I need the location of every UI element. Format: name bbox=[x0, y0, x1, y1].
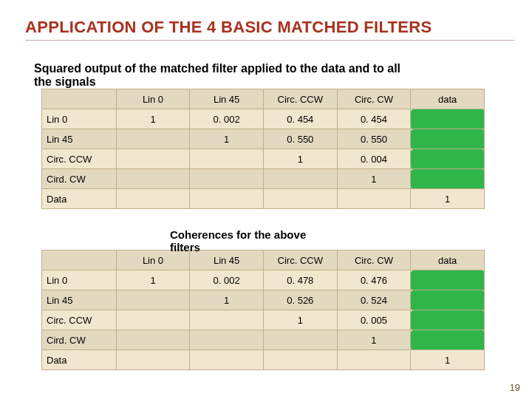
slide-title: APPLICATION OF THE 4 BASIC MATCHED FILTE… bbox=[25, 18, 514, 41]
cell: 1 bbox=[190, 290, 264, 310]
col-header: Lin 45 bbox=[190, 89, 264, 109]
masked-cell bbox=[411, 129, 485, 149]
table2-caption: Coherences for the above filters bbox=[170, 229, 392, 253]
table-row: Cird. CW 1 bbox=[42, 169, 485, 189]
coherences-table: Lin 0 Lin 45 Circ. CCW Circ. CW data Lin… bbox=[41, 250, 485, 370]
cell bbox=[263, 350, 337, 370]
header-blank bbox=[42, 250, 117, 270]
cell: 1 bbox=[116, 270, 190, 290]
cell: 1 bbox=[337, 330, 411, 350]
cell: 0. 005 bbox=[337, 310, 411, 330]
row-header: Circ. CCW bbox=[42, 310, 117, 330]
cell bbox=[190, 350, 264, 370]
caption-text: Coherences for the above bbox=[170, 228, 306, 241]
cell bbox=[116, 350, 190, 370]
masked-cell bbox=[411, 109, 485, 129]
row-header: Lin 0 bbox=[42, 270, 117, 290]
table-header-row: Lin 0 Lin 45 Circ. CCW Circ. CW data bbox=[42, 89, 485, 109]
row-header: Lin 45 bbox=[42, 290, 117, 310]
cell bbox=[116, 149, 190, 169]
row-header: Cird. CW bbox=[42, 330, 117, 350]
table-row: Data 1 bbox=[42, 350, 485, 370]
cell: 0. 002 bbox=[190, 109, 264, 129]
cell: 1 bbox=[337, 169, 411, 189]
cell: 1 bbox=[190, 129, 264, 149]
masked-cell bbox=[411, 310, 485, 330]
cell: 1 bbox=[263, 149, 337, 169]
table1-caption: Squared output of the matched filter app… bbox=[34, 62, 492, 89]
squared-output-table: Lin 0 Lin 45 Circ. CCW Circ. CW data Lin… bbox=[41, 89, 485, 209]
table-row: Lin 0 1 0. 002 0. 478 0. 476 bbox=[42, 270, 485, 290]
col-header: Circ. CCW bbox=[263, 89, 337, 109]
cell: 0. 526 bbox=[263, 290, 337, 310]
cell: 0. 550 bbox=[337, 129, 411, 149]
cell bbox=[116, 189, 190, 209]
slide: APPLICATION OF THE 4 BASIC MATCHED FILTE… bbox=[0, 0, 532, 399]
row-header: Data bbox=[42, 189, 117, 209]
table-row: Lin 45 1 0. 550 0. 550 bbox=[42, 129, 485, 149]
col-header: data bbox=[411, 250, 485, 270]
cell: 0. 524 bbox=[337, 290, 411, 310]
masked-cell bbox=[411, 169, 485, 189]
cell bbox=[116, 169, 190, 189]
cell bbox=[337, 189, 411, 209]
table-row: Lin 45 1 0. 526 0. 524 bbox=[42, 290, 485, 310]
cell: 1 bbox=[411, 189, 485, 209]
table-row: Circ. CCW 1 0. 004 bbox=[42, 149, 485, 169]
cell: 0. 454 bbox=[337, 109, 411, 129]
cell bbox=[116, 330, 190, 350]
masked-cell bbox=[411, 149, 485, 169]
caption-text: the signals bbox=[34, 75, 96, 88]
col-header: Lin 0 bbox=[116, 89, 190, 109]
row-header: Cird. CW bbox=[42, 169, 117, 189]
cell bbox=[190, 169, 264, 189]
caption-text: Squared output of the matched filter app… bbox=[34, 62, 400, 75]
table-row: Circ. CCW 1 0. 005 bbox=[42, 310, 485, 330]
table-row: Cird. CW 1 bbox=[42, 330, 485, 350]
cell: 0. 478 bbox=[263, 270, 337, 290]
col-header: Circ. CW bbox=[337, 89, 411, 109]
masked-cell bbox=[411, 270, 485, 290]
row-header: Lin 45 bbox=[42, 129, 117, 149]
cell: 0. 550 bbox=[263, 129, 337, 149]
masked-cell bbox=[411, 330, 485, 350]
cell bbox=[116, 310, 190, 330]
cell: 0. 002 bbox=[190, 270, 264, 290]
cell bbox=[263, 330, 337, 350]
cell bbox=[263, 189, 337, 209]
caption-text: filters bbox=[170, 241, 200, 253]
table-row: Data 1 bbox=[42, 189, 485, 209]
cell bbox=[190, 149, 264, 169]
row-header: Data bbox=[42, 350, 117, 370]
cell: 1 bbox=[411, 350, 485, 370]
cell bbox=[116, 290, 190, 310]
header-blank bbox=[42, 89, 117, 109]
row-header: Circ. CCW bbox=[42, 149, 117, 169]
row-header: Lin 0 bbox=[42, 109, 117, 129]
masked-cell bbox=[411, 290, 485, 310]
cell bbox=[116, 129, 190, 149]
cell bbox=[190, 189, 264, 209]
cell: 1 bbox=[263, 310, 337, 330]
table-row: Lin 0 1 0. 002 0. 454 0. 454 bbox=[42, 109, 485, 129]
cell: 0. 454 bbox=[263, 109, 337, 129]
cell: 1 bbox=[116, 109, 190, 129]
col-header: data bbox=[411, 89, 485, 109]
cell bbox=[263, 169, 337, 189]
page-number: 19 bbox=[510, 382, 520, 393]
cell bbox=[190, 330, 264, 350]
cell bbox=[337, 350, 411, 370]
cell bbox=[190, 310, 264, 330]
cell: 0. 004 bbox=[337, 149, 411, 169]
cell: 0. 476 bbox=[337, 270, 411, 290]
